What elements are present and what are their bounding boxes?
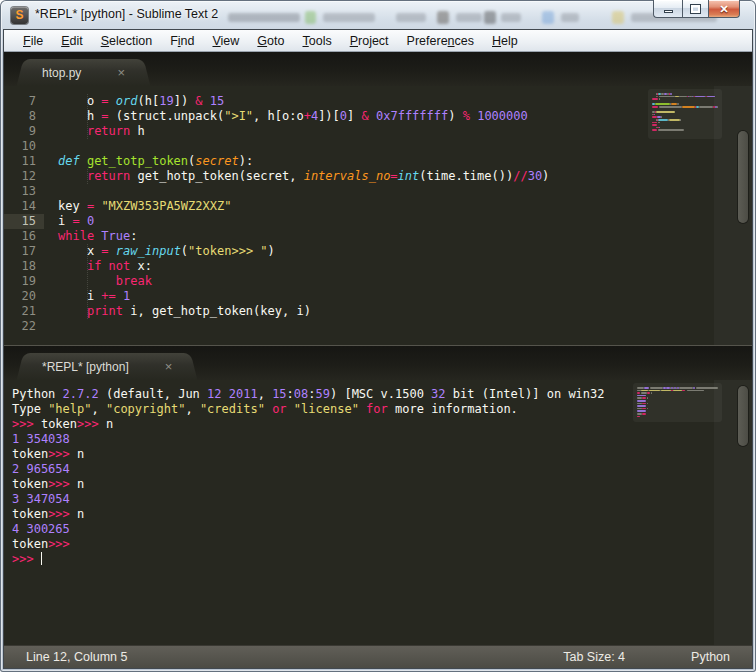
menu-item-help[interactable]: Help bbox=[483, 32, 527, 50]
editor-stack: htop.py × 78910111213141516171819202122 … bbox=[4, 52, 752, 645]
scrollbar-thumb[interactable] bbox=[738, 131, 748, 223]
titlebar[interactable]: S *REPL* [python] - Sublime Text 2 ✕ bbox=[0, 0, 756, 30]
minimize-icon bbox=[664, 10, 673, 13]
repl-pane: *REPL* [python] × Python 2.7.2 (default,… bbox=[4, 345, 752, 645]
tab-close-icon[interactable]: × bbox=[165, 360, 173, 373]
maximize-icon bbox=[691, 5, 700, 13]
window-title: *REPL* [python] - Sublime Text 2 bbox=[35, 7, 218, 21]
tab-label: htop.py bbox=[42, 66, 81, 80]
editor-pane: htop.py × 78910111213141516171819202122 … bbox=[4, 52, 752, 345]
minimap[interactable] bbox=[648, 89, 722, 139]
tab-bar-top: htop.py × bbox=[4, 52, 752, 86]
menu-item-find[interactable]: Find bbox=[161, 32, 203, 50]
menu-item-view[interactable]: View bbox=[203, 32, 248, 50]
tab-bar-bottom: *REPL* [python] × bbox=[4, 346, 752, 380]
caption-buttons: ✕ bbox=[653, 0, 740, 18]
sublime-text-window: S *REPL* [python] - Sublime Text 2 ✕ Fil… bbox=[0, 0, 756, 672]
minimize-button[interactable] bbox=[653, 0, 682, 18]
maximize-button[interactable] bbox=[682, 0, 709, 18]
tab-size-status[interactable]: Tab Size: 4 bbox=[563, 650, 625, 664]
menu-item-edit[interactable]: Edit bbox=[52, 32, 92, 50]
code-lines: o = ord(h[19]) & 15 h = (struct.unpack("… bbox=[44, 86, 752, 334]
close-button[interactable]: ✕ bbox=[709, 0, 740, 18]
client-area: FileEditSelectionFindViewGotoToolsProjec… bbox=[4, 30, 752, 668]
menu-item-selection[interactable]: Selection bbox=[92, 32, 161, 50]
menu-item-preferences[interactable]: Preferences bbox=[398, 32, 483, 50]
scrollbar-thumb[interactable] bbox=[738, 386, 748, 446]
cursor-position-status: Line 12, Column 5 bbox=[26, 650, 127, 664]
menu-bar: FileEditSelectionFindViewGotoToolsProjec… bbox=[4, 30, 752, 52]
minimap[interactable] bbox=[633, 383, 722, 422]
menu-item-goto[interactable]: Goto bbox=[248, 32, 293, 50]
status-bar: Line 12, Column 5 Tab Size: 4 Python bbox=[4, 645, 752, 668]
code-view[interactable]: 78910111213141516171819202122 o = ord(h[… bbox=[4, 86, 752, 345]
menu-item-project[interactable]: Project bbox=[341, 32, 398, 50]
menu-item-tools[interactable]: Tools bbox=[293, 32, 340, 50]
syntax-status[interactable]: Python bbox=[691, 650, 730, 664]
tab-repl-python[interactable]: *REPL* [python] × bbox=[28, 353, 186, 380]
tab-close-icon[interactable]: × bbox=[117, 66, 125, 79]
close-icon: ✕ bbox=[719, 1, 728, 17]
line-number-gutter: 78910111213141516171819202122 bbox=[4, 86, 44, 345]
menu-item-file[interactable]: File bbox=[14, 32, 52, 50]
sublime-text-icon: S bbox=[11, 7, 28, 24]
tab-htop-py[interactable]: htop.py × bbox=[28, 59, 139, 86]
tab-label: *REPL* [python] bbox=[42, 360, 129, 374]
repl-view[interactable]: Python 2.7.2 (default, Jun 12 2011, 15:0… bbox=[4, 380, 752, 645]
